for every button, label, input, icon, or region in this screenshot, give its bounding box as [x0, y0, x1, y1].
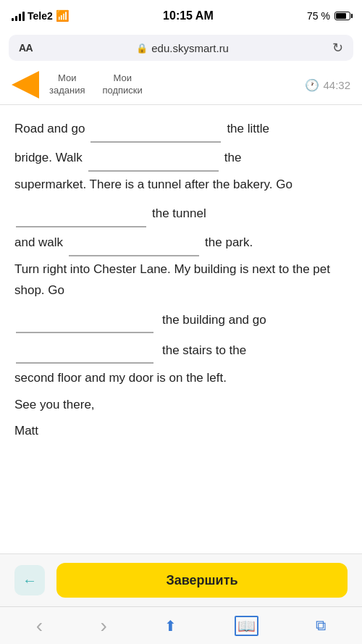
safari-forward-icon: ›: [101, 614, 107, 637]
text-the-little: the little: [227, 119, 269, 139]
signal-icon: [12, 12, 25, 21]
paragraph-turn-right: Turn right into Chester Lane. My buildin…: [14, 259, 348, 301]
input-2[interactable]: [88, 146, 219, 172]
input-4[interactable]: [69, 230, 199, 256]
safari-back-button[interactable]: ‹: [29, 610, 50, 642]
back-button[interactable]: ←: [14, 565, 45, 595]
timer-area: 🕐 44:32: [305, 78, 350, 92]
carrier-signal: Tele2 📶: [12, 9, 70, 22]
safari-bookmark-icon: 📖: [235, 616, 258, 636]
clock-icon: 🕐: [305, 78, 319, 92]
safari-share-button[interactable]: ⬆: [157, 613, 184, 639]
carrier-label: Tele2: [28, 10, 53, 22]
text-the-stairs: the stairs to the: [162, 340, 246, 361]
address-bar[interactable]: AA 🔒 edu.skysmart.ru ↻: [9, 35, 353, 61]
safari-forward-button[interactable]: ›: [93, 610, 114, 642]
sentence-row-6: the stairs to the: [14, 338, 348, 364]
battery-area: 75 %: [307, 10, 350, 22]
text-second-floor: second floor and my door is on the left.: [14, 371, 227, 385]
safari-back-icon: ‹: [36, 614, 43, 637]
nav-links: Мои задания Мои подписки: [49, 72, 305, 97]
url-text: edu.skysmart.ru: [151, 42, 229, 54]
text-bridge-walk: bridge. Walk: [14, 148, 83, 168]
text-matt: Matt: [14, 424, 38, 438]
text-supermarket: supermarket. There is a tunnel after the…: [14, 177, 292, 191]
reload-icon[interactable]: ↻: [332, 40, 343, 56]
status-bar: Tele2 📶 10:15 AM 75 %: [0, 0, 362, 32]
safari-share-icon: ⬆: [164, 617, 177, 635]
input-6[interactable]: [16, 338, 153, 364]
text-the-tunnel: the tunnel: [152, 204, 206, 224]
text-and-walk: and walk: [14, 233, 63, 253]
sentence-row-1: Road and go the little: [14, 117, 348, 143]
text-see-you: See you there,: [14, 398, 95, 411]
back-icon: ←: [22, 572, 37, 589]
sentence-row-3: the tunnel: [14, 201, 348, 227]
content-area: Road and go the little bridge. Walk the …: [0, 105, 362, 553]
text-the-park: the park.: [205, 233, 253, 253]
input-1[interactable]: [90, 117, 221, 143]
sentence-row-2: bridge. Walk the: [14, 146, 348, 172]
paragraph-matt: Matt: [14, 421, 348, 442]
time-display: 10:15 AM: [163, 9, 214, 22]
my-subscriptions-link[interactable]: Мои подписки: [103, 72, 143, 97]
text-the-building-and-go: the building and go: [162, 310, 266, 330]
safari-tabs-icon: ⧉: [316, 617, 326, 634]
sentence-row-5: the building and go: [14, 307, 348, 333]
paragraph-second-floor: second floor and my door is on the left.: [14, 368, 348, 389]
input-3[interactable]: [16, 201, 146, 227]
safari-bookmark-button[interactable]: 📖: [227, 611, 266, 640]
safari-tabs-button[interactable]: ⧉: [308, 613, 333, 638]
url-display[interactable]: 🔒 edu.skysmart.ru: [136, 42, 229, 54]
text-road-and-go: Road and go: [14, 119, 85, 139]
my-tasks-link[interactable]: Мои задания: [49, 72, 85, 97]
sentence-row-4: and walk the park.: [14, 230, 348, 256]
complete-button[interactable]: Завершить: [56, 563, 348, 598]
lock-icon: 🔒: [136, 43, 148, 54]
text-turn-right: Turn right into Chester Lane. My buildin…: [14, 262, 330, 297]
battery-icon: [334, 12, 350, 20]
paragraph-see-you: See you there,: [14, 395, 348, 416]
text-the: the: [224, 148, 242, 168]
battery-percent: 75 %: [307, 10, 330, 22]
input-5[interactable]: [16, 307, 153, 333]
bottom-action-area: ← Завершить: [0, 553, 362, 606]
nav-bar: Мои задания Мои подписки 🕐 44:32: [0, 67, 362, 105]
font-size-label[interactable]: AA: [19, 42, 33, 54]
safari-nav: ‹ › ⬆ 📖 ⧉: [0, 606, 362, 644]
wifi-icon: 📶: [56, 9, 70, 22]
timer-label: 44:32: [323, 79, 350, 91]
paragraph-supermarket: supermarket. There is a tunnel after the…: [14, 175, 348, 196]
logo-icon[interactable]: [12, 71, 39, 99]
